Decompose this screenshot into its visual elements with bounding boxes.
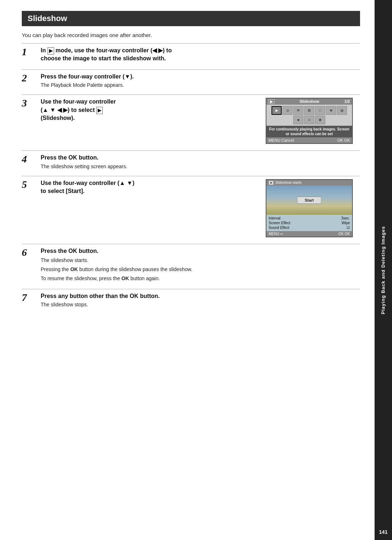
step-2-row: 2 Press the four-way controller (▼). The… — [22, 69, 360, 91]
step-1-row: 1 In ▶ mode, use the four-way controller… — [22, 43, 360, 66]
filter-icon: ◇ — [282, 106, 293, 115]
step-7-content: Press any button other than the OK butto… — [41, 292, 360, 307]
page-number: 141 — [375, 524, 392, 540]
ss-title: Slideshow starts — [275, 181, 302, 185]
step-5-image: ▶ Slideshow starts Start Interval 3sec. … — [266, 179, 360, 237]
slideshow-settings-screen: ▶ Slideshow starts Start Interval 3sec. … — [266, 179, 353, 237]
step-3-content: Use the four-way controller (▲ ▼ ◀ ▶) to… — [41, 98, 260, 122]
ss-screen-effect-row: Screen Effect Wipe — [269, 221, 350, 225]
ok-confirm: OK OK — [337, 138, 350, 142]
step-6-text: Press the OK button. — [41, 248, 98, 254]
step-4-row: 4 Press the OK button. The slideshow set… — [22, 150, 360, 172]
step-5-content: Use the four-way controller (▲ ▼) to sel… — [41, 179, 260, 196]
ss-interval-row: Interval 3sec. — [269, 216, 350, 221]
protect-icon: ■ — [293, 116, 303, 124]
mode-palette-screen: ▶ Slideshow 1/2 ▶ ◇ ⟳ ⊟ □ ★ ◎ ■ ≡ — [266, 98, 353, 144]
ss-sound-effect-row: Sound Effect ☑ — [269, 225, 350, 230]
screen-page: 1/2 — [344, 99, 350, 104]
slideshow-icon: ▶ — [271, 106, 282, 115]
step-5-number: 5 — [22, 179, 36, 190]
step-5-text: Use the four-way controller (▲ ▼) to sel… — [41, 180, 134, 194]
step-3-image: ▶ Slideshow 1/2 ▶ ◇ ⟳ ⊟ □ ★ ◎ ■ ≡ — [266, 98, 360, 144]
step-6-sub3: To resume the slideshow, press the OK bu… — [41, 275, 360, 282]
dpof-icon: ≡ — [304, 116, 314, 124]
page-wrapper: Slideshow You can play back recorded ima… — [0, 0, 392, 540]
screen-topbar: ▶ Slideshow 1/2 — [266, 98, 352, 105]
step-2-sub: The Playback Mode Palette appears. — [41, 82, 360, 88]
intro-text: You can play back recorded images one af… — [22, 32, 360, 38]
star-icon: ★ — [326, 106, 336, 115]
step-5-row: 5 Use the four-way controller (▲ ▼) to s… — [22, 176, 360, 240]
step-2-content: Press the four-way controller (▼). The P… — [41, 73, 360, 88]
step-3-left: 3 Use the four-way controller (▲ ▼ ◀ ▶) … — [22, 98, 260, 122]
ss-screen-effect-label: Screen Effect — [269, 221, 290, 225]
ss-ok: OK OK — [338, 232, 350, 236]
step-6-sub2: Pressing the OK button during the slides… — [41, 266, 360, 273]
ss-interval-value: 3sec. — [341, 216, 350, 220]
step-1-number: 1 — [22, 47, 36, 58]
step-2-text: Press the four-way controller (▼). — [41, 73, 134, 80]
step-4-number: 4 — [22, 154, 36, 165]
screen-title: Slideshow — [299, 99, 319, 104]
ss-bottombar: MENU ↩ OK OK — [266, 231, 352, 237]
step-6-row: 6 Press the OK button. The slideshow sta… — [22, 244, 360, 285]
ss-topbar: ▶ Slideshow starts — [266, 180, 352, 186]
ss-settings-panel: Interval 3sec. Screen Effect Wipe Sound … — [266, 215, 352, 231]
step-4-text: Press the OK button. — [41, 154, 98, 161]
rotate-icon: ⟳ — [293, 106, 303, 115]
resize-icon: ⊟ — [304, 106, 314, 115]
section-title: Slideshow — [22, 11, 360, 26]
step-7-row: 7 Press any button other than the OK but… — [22, 289, 360, 310]
step-3-row: 3 Use the four-way controller (▲ ▼ ◀ ▶) … — [22, 94, 360, 147]
step-3-text: Use the four-way controller (▲ ▼ ◀ ▶) to… — [41, 98, 116, 121]
eye-icon: ◎ — [337, 106, 347, 115]
step-3-to-select: to select — [71, 107, 95, 113]
step-1-content: In ▶ mode, use the four-way controller (… — [41, 47, 360, 63]
ss-sound-effect-label: Sound Effect — [269, 226, 289, 230]
step-4-sub: The slideshow setting screen appears. — [41, 164, 360, 169]
screen-mode-icon: ▶ — [269, 99, 274, 104]
ss-menu: MENU ↩ — [269, 232, 283, 236]
step-1-text: In ▶ mode, use the four-way controller (… — [41, 47, 172, 61]
ss-screen-effect-value: Wipe — [342, 221, 350, 225]
screen-caption: For continuously playing back images. Sc… — [266, 126, 352, 137]
ss-interval-label: Interval — [269, 216, 281, 220]
ss-sound-effect-value: ☑ — [347, 226, 350, 230]
sidebar-tab-label: Playing Back and Deleting Images — [380, 226, 387, 314]
step-7-sub: The slideshow stops. — [41, 302, 360, 307]
menu-cancel: MENU Cancel — [269, 138, 294, 142]
step-6-content: Press the OK button. The slideshow start… — [41, 247, 360, 282]
step-5-to-select: to select — [41, 188, 64, 194]
palette-icons: ▶ ◇ ⟳ ⊟ □ ★ ◎ ■ ≡ ⊕ — [266, 105, 352, 126]
ss-photo-area: Start — [266, 186, 352, 215]
screen-bottombar: MENU Cancel OK OK — [266, 137, 352, 143]
step-6-sub1: The slideshow starts. — [41, 257, 360, 264]
step-7-number: 7 — [22, 292, 36, 303]
ss-start-button: Start — [297, 197, 321, 204]
step-4-content: Press the OK button. The slideshow setti… — [41, 154, 360, 169]
copy-icon: ⊕ — [315, 116, 325, 124]
step-7-text: Press any button other than the OK butto… — [41, 293, 160, 299]
ss-mode-icon: ▶ — [269, 181, 274, 185]
main-content: Slideshow You can play back recorded ima… — [0, 0, 375, 540]
step-5-left: 5 Use the four-way controller (▲ ▼) to s… — [22, 179, 260, 196]
step-3-number: 3 — [22, 98, 36, 109]
crop-icon: □ — [315, 106, 325, 115]
step-6-number: 6 — [22, 247, 36, 258]
step-2-number: 2 — [22, 73, 36, 84]
right-sidebar-tab: Playing Back and Deleting Images 141 — [375, 0, 392, 540]
